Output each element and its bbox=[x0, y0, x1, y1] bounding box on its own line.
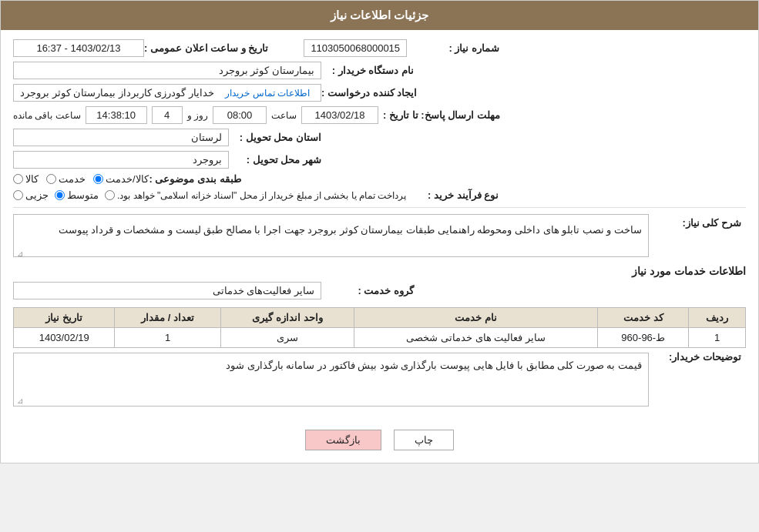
radio-kala-khadamat-label: کالا/خدمت bbox=[106, 173, 149, 185]
row-tabaqe: طبقه بندی موضوعی : کالا/خدمت خدمت کالا bbox=[13, 173, 746, 185]
radio-kala-khadamat-input[interactable] bbox=[93, 174, 103, 184]
value-nam-dastgah: بیمارستان کوثر بروجرد bbox=[13, 62, 321, 79]
value-sharh: ساخت و نصب تابلو های داخلی ومحوطه راهنما… bbox=[13, 214, 649, 257]
label-mohlet: مهلت ارسال پاسخ: تا تاریخ : bbox=[383, 109, 500, 121]
label-saat: ساعت bbox=[271, 110, 297, 121]
radio-motavaset: متوسط bbox=[55, 189, 99, 201]
content-area: شماره نیاز : 1103050068000015 تاریخ و سا… bbox=[1, 30, 758, 420]
row-farband: نوع فرآیند خرید : پرداخت تمام یا بخشی از… bbox=[13, 189, 746, 201]
link-tamasinfo[interactable]: اطلاعات تماس خریدار bbox=[225, 88, 310, 99]
radio-pard: پرداخت تمام یا بخشی از مبلغ خریدار از مح… bbox=[105, 190, 406, 201]
radio-kala-input[interactable] bbox=[13, 174, 23, 184]
cell-name: سایر فعالیت های خدماتی شخصی bbox=[354, 328, 598, 348]
cell-vahed: سری bbox=[220, 328, 354, 348]
cell-radif: 1 bbox=[689, 328, 746, 348]
value-ostan: لرستان bbox=[13, 129, 229, 146]
value-rooz: 4 bbox=[152, 106, 183, 124]
radio-group-tabaqe: کالا/خدمت خدمت کالا bbox=[13, 173, 149, 185]
value-baghimande: 14:38:10 bbox=[86, 106, 147, 124]
radio-group-farband: پرداخت تمام یا بخشی از مبلغ خریدار از مح… bbox=[13, 189, 406, 201]
label-sharh: شرح کلی نیاز: bbox=[649, 217, 741, 229]
row-shomara: شماره نیاز : 1103050068000015 تاریخ و سا… bbox=[13, 39, 746, 57]
label-nam-dastgah: نام دستگاه خریدار : bbox=[321, 65, 414, 76]
sharh-text: ساخت و نصب تابلو های داخلی ومحوطه راهنما… bbox=[59, 224, 642, 236]
label-farband: نوع فرآیند خرید : bbox=[406, 189, 499, 201]
radio-khadamat: خدمت bbox=[46, 173, 86, 185]
row-ijad: ایجاد کننده درخواست : اطلاعات تماس خریدا… bbox=[13, 84, 746, 102]
radio-jozii-input[interactable] bbox=[13, 190, 23, 200]
tawzih-text: قیمت به صورت کلی مطابق با فایل هایی پیوس… bbox=[226, 360, 642, 371]
radio-motavaset-input[interactable] bbox=[55, 190, 65, 200]
radio-motavaset-label: متوسط bbox=[67, 189, 99, 201]
label-tabaqe: طبقه بندی موضوعی : bbox=[149, 173, 241, 185]
ijad-text: خدایار گودرزی کاربرداز بیمارستان کوثر بر… bbox=[20, 87, 214, 99]
col-header-code: کد خدمت bbox=[598, 308, 689, 328]
value-group: سایر فعالیت‌های خدماتی bbox=[13, 282, 321, 299]
services-section: ردیف کد خدمت نام خدمت واحد اندازه گیری ت… bbox=[13, 307, 746, 348]
radio-jozii: جزیی bbox=[13, 189, 49, 201]
label-tawzih: توضیحات خریدار: bbox=[649, 351, 741, 363]
label-rooz: روز و bbox=[187, 110, 208, 121]
row-shahr: شهر محل تحویل : بروجرد bbox=[13, 151, 746, 169]
page-wrapper: جزئیات اطلاعات نیاز شماره نیاز : 1103050… bbox=[0, 0, 759, 463]
resize-handle-tawzih: ⊿ bbox=[15, 396, 23, 404]
value-tarikh: 1403/02/13 - 16:37 bbox=[13, 39, 144, 57]
radio-khadamat-input[interactable] bbox=[46, 174, 56, 184]
resize-handle-sharh: ⊿ bbox=[15, 247, 23, 255]
page-header: جزئیات اطلاعات نیاز bbox=[1, 1, 758, 30]
page-title: جزئیات اطلاعات نیاز bbox=[331, 8, 428, 22]
value-ijad: اطلاعات تماس خریدار خدایار گودرزی کاربرد… bbox=[13, 84, 321, 102]
row-group: گروه خدمت : سایر فعالیت‌های خدماتی bbox=[13, 282, 746, 299]
cell-tedad: 1 bbox=[115, 328, 220, 348]
label-tarikh: تاریخ و ساعت اعلان عمومی : bbox=[144, 42, 268, 54]
radio-khadamat-label: خدمت bbox=[59, 173, 86, 185]
value-shahr: بروجرد bbox=[13, 151, 229, 169]
label-shahr: شهر محل تحویل : bbox=[229, 154, 321, 166]
label-baghimande: ساعت باقی مانده bbox=[13, 110, 81, 121]
value-saat: 08:00 bbox=[213, 106, 267, 124]
value-shomara: 1103050068000015 bbox=[304, 39, 407, 57]
section-title-khadamat: اطلاعات خدمات مورد نیاز bbox=[13, 265, 746, 277]
col-header-tarikh: تاریخ نیاز bbox=[14, 308, 115, 328]
separator-1 bbox=[13, 207, 746, 208]
label-group: گروه خدمت : bbox=[321, 285, 414, 296]
col-header-vahed: واحد اندازه گیری bbox=[220, 308, 354, 328]
services-table: ردیف کد خدمت نام خدمت واحد اندازه گیری ت… bbox=[13, 307, 746, 348]
value-tawzih: قیمت به صورت کلی مطابق با فایل هایی پیوس… bbox=[13, 353, 649, 407]
print-button[interactable]: چاپ bbox=[394, 430, 454, 450]
button-bar: چاپ بازگشت bbox=[1, 420, 758, 463]
radio-jozii-label: جزیی bbox=[25, 189, 49, 201]
col-header-tedad: تعداد / مقدار bbox=[115, 308, 220, 328]
cell-tarikh: 1403/02/19 bbox=[14, 328, 115, 348]
col-header-name: نام خدمت bbox=[354, 308, 598, 328]
row-mohlet: مهلت ارسال پاسخ: تا تاریخ : 1403/02/18 س… bbox=[13, 106, 746, 124]
label-shomara: شماره نیاز : bbox=[407, 42, 499, 54]
radio-kala-khadamat: کالا/خدمت bbox=[93, 173, 149, 185]
value-date: 1403/02/18 bbox=[301, 106, 378, 124]
row-sharh: شرح کلی نیاز: ساخت و نصب تابلو های داخلی… bbox=[13, 214, 746, 257]
radio-pard-input[interactable] bbox=[105, 190, 115, 200]
col-header-radif: ردیف bbox=[689, 308, 746, 328]
label-ijad: ایجاد کننده درخواست : bbox=[321, 87, 417, 99]
label-ostan: استان محل تحویل : bbox=[229, 132, 321, 143]
table-row: 1ط-96-960سایر فعالیت های خدماتی شخصیسری1… bbox=[14, 328, 746, 348]
row-nam-dastgah: نام دستگاه خریدار : بیمارستان کوثر بروجر… bbox=[13, 62, 746, 79]
radio-kala: کالا bbox=[13, 173, 39, 185]
row-ostan: استان محل تحویل : لرستان bbox=[13, 129, 746, 146]
back-button[interactable]: بازگشت bbox=[305, 430, 381, 450]
cell-code: ط-96-960 bbox=[598, 328, 689, 348]
row-tawzih: توضیحات خریدار: قیمت به صورت کلی مطابق ب… bbox=[13, 348, 746, 407]
radio-kala-label: کالا bbox=[25, 173, 39, 185]
radio-pard-label: پرداخت تمام یا بخشی از مبلغ خریدار از مح… bbox=[117, 190, 406, 201]
